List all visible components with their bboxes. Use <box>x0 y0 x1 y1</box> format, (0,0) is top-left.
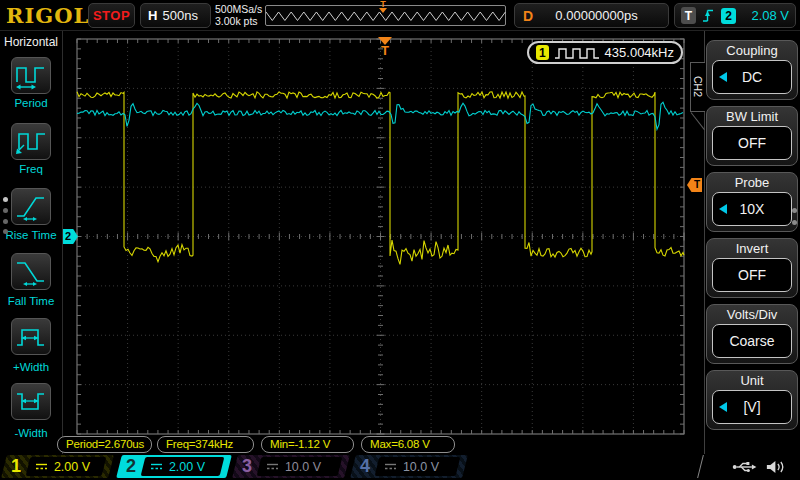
usb-icon <box>732 460 757 474</box>
menu-page-dot <box>3 197 8 202</box>
rise-time-icon <box>15 192 47 222</box>
volts-div-value: Coarse <box>729 333 774 349</box>
channel-status-bar: 1 2.00 V 2 2.00 V 3 <box>0 454 800 480</box>
dc-coupling-icon <box>266 462 279 471</box>
measure-item-freq[interactable] <box>11 123 51 160</box>
measure-item-fall-time[interactable] <box>11 253 51 290</box>
measure-item-plus-width[interactable] <box>11 318 51 355</box>
dc-coupling-icon <box>35 462 48 471</box>
run-state-label: STOP <box>93 8 130 23</box>
period-icon <box>15 61 47 91</box>
menu-item-bw-limit[interactable]: BW Limit OFF <box>706 106 798 166</box>
speaker-icon <box>766 460 785 474</box>
t-label: T <box>681 7 696 24</box>
trigger-position-marker[interactable]: T <box>377 37 393 57</box>
menu-tab-diagonal <box>691 112 705 130</box>
measure-item-plus-width-label: +Width <box>0 361 62 373</box>
fall-time-icon <box>15 257 47 287</box>
rigol-logo: RIGOL <box>6 3 89 28</box>
memory-depth: 3.00k pts <box>215 15 262 27</box>
menu-item-invert[interactable]: Invert OFF <box>706 238 798 298</box>
menu-item-unit[interactable]: Unit [V] <box>706 370 798 430</box>
measure-item-fall-time-label: Fall Time <box>0 295 62 307</box>
probe-value: 10X <box>740 201 765 217</box>
trigger-badge: T 2 2.08 V <box>674 3 796 28</box>
measure-item-rise-time[interactable] <box>11 188 51 225</box>
measurement-max: Max=6.08 V <box>361 436 455 453</box>
rising-edge-icon <box>702 7 715 24</box>
unit-value: [V] <box>743 399 760 415</box>
acquisition-info: 500MSa/s 3.00k pts <box>215 3 262 27</box>
run-state-indicator: STOP <box>88 3 135 28</box>
left-measure-menu: Horizontal Period Freq <box>0 31 63 455</box>
left-triangle-icon <box>719 402 727 412</box>
measurement-min: Min=-1.12 V <box>261 436 354 453</box>
dc-coupling-icon <box>384 462 397 471</box>
bw-limit-value: OFF <box>738 135 766 151</box>
invert-value: OFF <box>738 267 766 283</box>
plus-width-icon <box>15 322 47 352</box>
measure-item-rise-time-label: Rise Time <box>0 229 62 241</box>
menu-page-dot <box>3 229 8 234</box>
top-status-bar: RIGOL STOP H 500ns 500MSa/s 3.00k pts T … <box>0 0 800 31</box>
left-triangle-icon <box>719 204 727 214</box>
channel-2-scale: 2.00 V <box>169 460 205 474</box>
channel-3-status[interactable]: 3 10.0 V <box>232 455 350 478</box>
channel-3-scale: 10.0 V <box>285 460 321 474</box>
counter-frequency-value: 435.004kHz <box>605 45 674 60</box>
measurement-freq: Freq=374kHz <box>157 436 254 453</box>
delay-value: 0.00000000ps <box>533 8 660 23</box>
menu-page-dot <box>792 220 797 225</box>
dc-coupling-icon <box>150 462 163 471</box>
trigger-source-channel: 2 <box>721 8 736 24</box>
counter-channel-badge: 1 <box>536 45 549 60</box>
timebase-value: 500ns <box>157 8 203 23</box>
oscilloscope-screen: RIGOL STOP H 500ns 500MSa/s 3.00k pts T … <box>0 0 800 480</box>
system-status-icons <box>697 455 800 478</box>
freq-icon <box>15 127 47 157</box>
measure-item-freq-label: Freq <box>0 163 62 175</box>
channel-4-status[interactable]: 4 10.0 V <box>350 455 468 478</box>
h-label: H <box>148 8 157 23</box>
menu-page-dot <box>3 219 8 224</box>
waveform-display <box>0 0 800 480</box>
menu-item-probe[interactable]: Probe 10X <box>706 172 798 232</box>
measurement-readout-bar: Period=2.670us Freq=374kHz Min=-1.12 V M… <box>57 436 455 453</box>
minus-width-icon <box>15 387 47 417</box>
measure-item-minus-width[interactable] <box>11 383 51 420</box>
channel-1-status[interactable]: 1 2.00 V <box>1 455 114 478</box>
coupling-value: DC <box>742 69 762 85</box>
d-label: D <box>523 8 533 24</box>
measure-item-minus-width-label: -Width <box>0 427 62 439</box>
right-soft-menu: CH2 Coupling DC BW Limit OFF Probe 10X I… <box>688 31 800 455</box>
delay-badge: D 0.00000000ps <box>514 3 669 28</box>
measure-item-period[interactable] <box>11 57 51 94</box>
menu-item-coupling[interactable]: Coupling DC <box>706 40 798 100</box>
menu-tab-ch2: CH2 <box>690 62 705 112</box>
channel-1-scale: 2.00 V <box>54 460 90 474</box>
frequency-counter-badge: 1 435.004kHz <box>527 41 683 64</box>
horizontal-timebase-badge: H 500ns <box>140 3 211 28</box>
square-wave-icon <box>554 46 600 60</box>
measurement-period: Period=2.670us <box>57 436 152 453</box>
trigger-level-value: 2.08 V <box>742 8 789 23</box>
menu-page-dot <box>792 208 797 213</box>
measure-menu-title: Horizontal <box>0 35 62 49</box>
preview-trigger-position-icon: T <box>377 0 389 13</box>
menu-item-volts-div[interactable]: Volts/Div Coarse <box>706 304 798 364</box>
left-triangle-icon <box>719 72 727 82</box>
menu-page-dot <box>3 208 8 213</box>
channel-4-scale: 10.0 V <box>403 460 439 474</box>
sample-rate: 500MSa/s <box>215 3 262 15</box>
channel-2-status-selected[interactable]: 2 2.00 V <box>116 455 232 478</box>
measure-item-period-label: Period <box>0 97 62 109</box>
